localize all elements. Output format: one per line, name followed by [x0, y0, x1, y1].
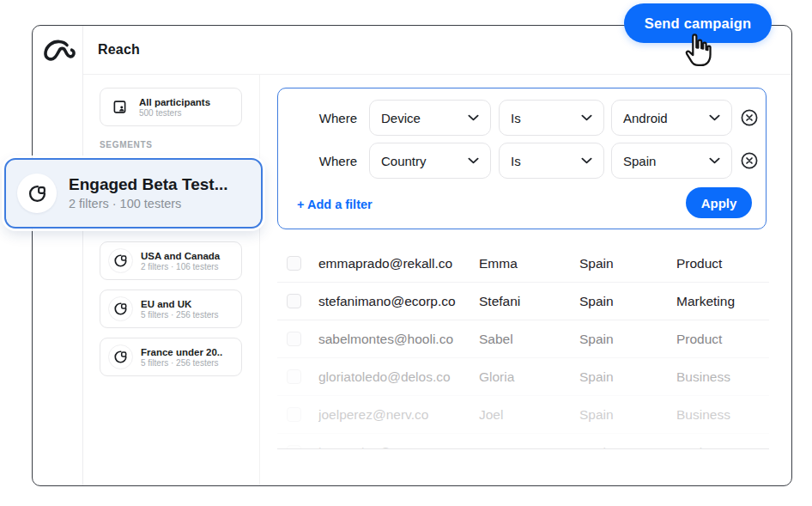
cell-name: Sabel	[479, 332, 579, 347]
chevron-down-icon	[581, 114, 592, 121]
sidebar-item-all-participants[interactable]: All participants 500 testers	[100, 88, 242, 126]
table-row: emmaprado@rekall.co Emma Spain Product	[277, 245, 769, 283]
cell-name: Stefani	[479, 294, 579, 309]
segment-meta: 2 filters · 106 testers	[141, 262, 220, 272]
filter-panel: Where Device Is Android Where Country Is	[277, 88, 767, 229]
sidebar-item-segment[interactable]: EU and UK 5 filters · 256 testers	[100, 290, 242, 328]
value-dropdown-value: Spain	[623, 154, 656, 168]
send-campaign-button[interactable]: Send campaign	[624, 3, 772, 43]
filter-row: Where Device Is Android	[278, 100, 766, 136]
cell-name: Joel	[479, 407, 579, 423]
logo-rail-divider	[82, 26, 83, 485]
cell-team: Marketing	[676, 294, 769, 309]
segment-label: EU and UK	[141, 298, 219, 310]
cell-email: emmaprado@rekall.co	[318, 256, 479, 271]
field-dropdown-value: Device	[381, 111, 421, 125]
pie-chart-icon	[108, 248, 133, 273]
field-dropdown[interactable]: Device	[369, 100, 491, 136]
selected-segment-label: Engaged Beta Test...	[69, 175, 227, 194]
chevron-down-icon	[581, 157, 592, 164]
row-checkbox[interactable]	[287, 294, 301, 308]
field-dropdown[interactable]: Country	[369, 143, 491, 179]
chevron-down-icon	[468, 114, 479, 121]
contact-card-icon	[108, 95, 131, 119]
participants-table: emmaprado@rekall.co Emma Spain Product s…	[277, 245, 769, 449]
where-label: Where	[278, 111, 369, 125]
cell-team: Product	[676, 256, 769, 271]
segment-meta: 5 filters · 256 testers	[141, 310, 219, 320]
add-filter-link[interactable]: + Add a filter	[297, 198, 373, 211]
cell-team: Product	[676, 332, 769, 347]
selected-segment-meta: 2 filters · 100 testers	[69, 196, 227, 211]
segment-label: France under 20..	[141, 346, 222, 358]
cell-country: Spain	[579, 332, 676, 347]
where-label: Where	[278, 154, 369, 168]
cell-name: Gloria	[479, 369, 579, 385]
cell-email: stefanimano@ecorp.co	[318, 294, 479, 309]
row-checkbox[interactable]	[287, 332, 301, 346]
table-row: gloriatoledo@delos.co Gloria Spain Busin…	[277, 358, 769, 396]
chevron-down-icon	[709, 157, 720, 164]
operator-dropdown-value: Is	[511, 111, 521, 125]
cell-name: Jose	[479, 445, 579, 450]
table-row: sabelmontes@hooli.co Sabel Spain Product	[277, 320, 769, 358]
cell-country: Spain	[579, 369, 676, 385]
pie-chart-icon	[108, 344, 133, 369]
table-row: joelperez@nerv.co Joel Spain Business	[277, 396, 769, 434]
all-participants-label: All participants	[139, 96, 210, 108]
stage: Reach All participants 500 testers SEGME…	[0, 0, 812, 506]
cell-email: joelperez@nerv.co	[318, 407, 479, 423]
cell-email: sabelmontes@hooli.co	[318, 332, 479, 347]
cell-name: Emma	[479, 256, 579, 271]
segment-label: USA and Canada	[141, 250, 220, 262]
row-checkbox[interactable]	[287, 407, 301, 422]
remove-circle-icon	[740, 108, 759, 127]
sidebar-item-segment[interactable]: USA and Canada 2 filters · 106 testers	[100, 241, 242, 280]
cell-email: gloriatoledo@delos.co	[318, 369, 479, 385]
value-dropdown[interactable]: Android	[611, 100, 732, 136]
operator-dropdown[interactable]: Is	[499, 100, 604, 136]
cell-team: Business	[676, 407, 769, 423]
cell-country: Spain	[579, 445, 676, 450]
apply-button[interactable]: Apply	[686, 187, 752, 218]
all-participants-meta: 500 testers	[139, 108, 210, 119]
chevron-down-icon	[709, 114, 720, 121]
app-window: Reach All participants 500 testers SEGME…	[32, 25, 792, 486]
cell-team: Business	[676, 369, 769, 385]
page-title: Reach	[98, 42, 140, 58]
cell-email: josecarlos@nerv.co	[318, 445, 479, 450]
operator-dropdown[interactable]: Is	[499, 143, 604, 179]
row-checkbox[interactable]	[287, 369, 301, 384]
sidebar-item-selected-segment[interactable]: Engaged Beta Test... 2 filters · 100 tes…	[4, 158, 263, 229]
row-checkbox[interactable]	[287, 256, 301, 271]
segment-meta: 5 filters · 256 testers	[141, 358, 222, 369]
sidebar-divider	[259, 75, 260, 485]
filter-row: Where Country Is Spain	[278, 143, 766, 179]
remove-filter-button[interactable]	[740, 151, 759, 170]
segments-list: USA and Canada 2 filters · 106 testers E…	[100, 241, 242, 376]
segments-heading: SEGMENTS	[100, 140, 153, 149]
cell-team: Business	[676, 445, 769, 450]
cell-country: Spain	[579, 256, 676, 271]
value-dropdown-value: Android	[623, 111, 668, 125]
chevron-down-icon	[468, 157, 479, 164]
field-dropdown-value: Country	[381, 154, 427, 168]
remove-filter-button[interactable]	[740, 108, 759, 127]
pie-chart-icon	[17, 174, 57, 213]
row-checkbox[interactable]	[287, 445, 301, 449]
header-divider	[83, 74, 791, 75]
cell-country: Spain	[579, 407, 676, 423]
operator-dropdown-value: Is	[511, 154, 521, 168]
remove-circle-icon	[740, 151, 759, 170]
value-dropdown[interactable]: Spain	[611, 143, 732, 179]
pie-chart-icon	[108, 296, 133, 321]
cell-country: Spain	[579, 294, 676, 309]
table-row: stefanimano@ecorp.co Stefani Spain Marke…	[277, 283, 769, 320]
brand-logo-icon	[39, 38, 77, 64]
sidebar-item-segment[interactable]: France under 20.. 5 filters · 256 tester…	[100, 338, 242, 376]
table-row: josecarlos@nerv.co Jose Spain Business	[277, 434, 769, 449]
filter-rows: Where Device Is Android Where Country Is	[278, 100, 766, 179]
